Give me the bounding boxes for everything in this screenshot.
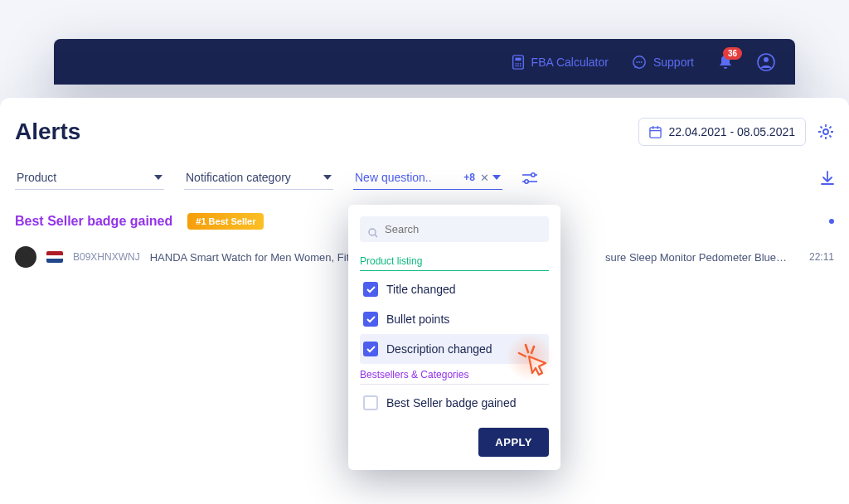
calendar-icon — [649, 126, 662, 138]
product-name-right: sure Sleep Monitor Pedometer Bluetooth I… — [605, 251, 789, 264]
question-filter-label: New question.. — [355, 171, 432, 184]
svg-point-9 — [636, 61, 638, 63]
filter-group-listing: Product listing — [360, 250, 549, 271]
svg-point-22 — [525, 179, 528, 182]
alert-time: 22:11 — [809, 251, 834, 263]
chevron-down-icon — [154, 175, 163, 180]
product-thumbnail — [15, 246, 36, 268]
svg-rect-0 — [512, 55, 523, 68]
support-label: Support — [653, 56, 694, 69]
alert-group-title: Best Seller badge gained — [15, 214, 172, 229]
download-button[interactable] — [821, 171, 834, 186]
settings-button[interactable] — [817, 124, 834, 140]
svg-rect-14 — [650, 127, 661, 137]
support-link[interactable]: Support — [632, 55, 694, 70]
filter-option-label: Bullet points — [386, 313, 449, 326]
page-title: Alerts — [15, 119, 80, 145]
clear-filter-button[interactable]: ✕ — [480, 172, 489, 184]
svg-rect-1 — [515, 57, 521, 61]
date-range-text: 22.04.2021 - 08.05.2021 — [668, 125, 795, 138]
filter-option-label: Title changed — [386, 283, 456, 296]
svg-line-24 — [375, 235, 377, 237]
checkbox-checked-icon — [363, 342, 378, 356]
checkbox-unchecked-icon — [363, 395, 378, 410]
svg-point-4 — [519, 62, 521, 64]
svg-point-10 — [638, 61, 640, 63]
svg-point-5 — [515, 65, 517, 66]
support-icon — [632, 55, 647, 70]
fba-label: FBA Calculator — [531, 56, 609, 69]
user-icon — [757, 53, 775, 71]
country-flag-icon — [46, 251, 63, 263]
svg-point-6 — [517, 65, 519, 66]
chevron-down-icon — [323, 175, 332, 180]
svg-point-11 — [641, 61, 643, 63]
svg-point-23 — [369, 229, 376, 235]
product-asin: B09XHNXWNJ — [73, 251, 140, 263]
search-icon — [368, 228, 378, 238]
click-cursor-illustration — [514, 342, 551, 378]
notifications-button[interactable]: 36 — [717, 54, 734, 70]
filter-option-label: Best Seller badge gained — [386, 396, 516, 410]
svg-point-3 — [517, 62, 519, 64]
filter-option-bullet-points[interactable]: Bullet points — [360, 304, 549, 334]
svg-point-18 — [823, 129, 828, 134]
product-filter-label: Product — [17, 171, 56, 184]
product-name-left: HANDA Smart Watch for Men Women, Fitness… — [150, 251, 381, 264]
chevron-down-icon — [492, 175, 501, 180]
date-range-picker[interactable]: 22.04.2021 - 08.05.2021 — [638, 118, 806, 146]
svg-point-2 — [515, 62, 517, 64]
notification-badge: 36 — [723, 47, 742, 60]
filter-option-title-changed[interactable]: Title changed — [360, 274, 549, 304]
filter-option-label: Description changed — [386, 342, 492, 356]
calculator-icon — [512, 55, 525, 70]
gear-icon — [817, 124, 834, 140]
apply-button[interactable]: APPLY — [478, 428, 549, 457]
category-filter-label: Notification category — [186, 171, 291, 184]
download-icon — [821, 171, 834, 186]
category-filter[interactable]: Notification category — [184, 166, 333, 190]
best-seller-badge: #1 Best Seller — [187, 213, 264, 230]
question-filter[interactable]: New question.. +8 ✕ — [353, 166, 502, 190]
advanced-filter-button[interactable] — [522, 172, 537, 184]
svg-point-20 — [531, 172, 535, 176]
svg-point-7 — [519, 65, 521, 66]
filter-option-bestseller-gained[interactable]: Best Seller badge gained — [360, 388, 549, 418]
profile-button[interactable] — [757, 53, 775, 71]
svg-point-13 — [764, 57, 769, 62]
sliders-icon — [522, 172, 537, 184]
product-filter[interactable]: Product — [15, 166, 164, 190]
unread-indicator — [829, 219, 834, 224]
checkbox-checked-icon — [363, 312, 378, 327]
checkbox-checked-icon — [363, 282, 378, 297]
fba-calculator-link[interactable]: FBA Calculator — [512, 55, 609, 70]
filter-count: +8 — [463, 172, 475, 183]
dropdown-search-input[interactable] — [360, 216, 549, 242]
